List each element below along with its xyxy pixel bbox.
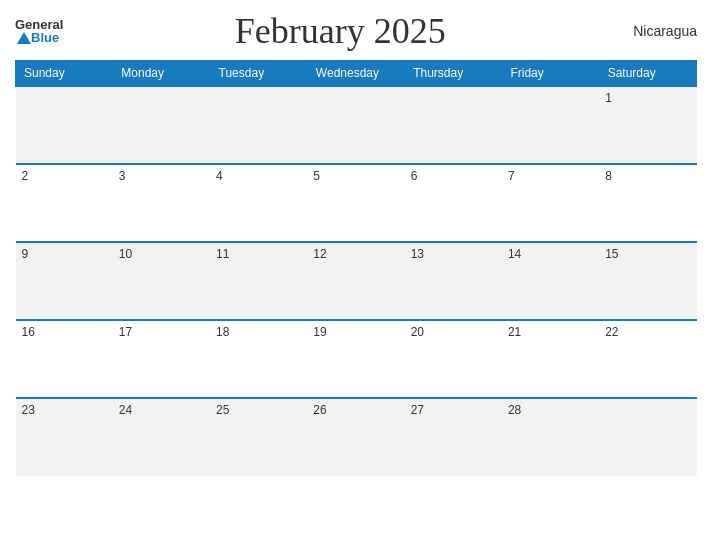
calendar-day-0-2 (210, 86, 307, 164)
calendar-day-1-4: 6 (405, 164, 502, 242)
col-wednesday: Wednesday (307, 61, 404, 87)
day-number: 13 (411, 247, 424, 261)
calendar-day-1-3: 5 (307, 164, 404, 242)
day-number: 3 (119, 169, 126, 183)
calendar-header-row: Sunday Monday Tuesday Wednesday Thursday… (16, 61, 697, 87)
country-label: Nicaragua (617, 23, 697, 39)
day-number: 28 (508, 403, 521, 417)
calendar-day-2-6: 15 (599, 242, 696, 320)
calendar-day-1-6: 8 (599, 164, 696, 242)
calendar-day-2-2: 11 (210, 242, 307, 320)
calendar-week-2: 2345678 (16, 164, 697, 242)
calendar-container: General Blue February 2025 Nicaragua Sun… (0, 0, 712, 550)
calendar-day-0-4 (405, 86, 502, 164)
month-title: February 2025 (63, 10, 617, 52)
day-number: 19 (313, 325, 326, 339)
calendar-day-0-1 (113, 86, 210, 164)
day-number: 15 (605, 247, 618, 261)
logo: General Blue (15, 18, 63, 44)
day-number: 4 (216, 169, 223, 183)
day-number: 2 (22, 169, 29, 183)
calendar-week-3: 9101112131415 (16, 242, 697, 320)
day-number: 18 (216, 325, 229, 339)
calendar-day-2-4: 13 (405, 242, 502, 320)
calendar-day-3-1: 17 (113, 320, 210, 398)
day-number: 22 (605, 325, 618, 339)
calendar-day-2-5: 14 (502, 242, 599, 320)
calendar-day-1-2: 4 (210, 164, 307, 242)
col-friday: Friday (502, 61, 599, 87)
day-number: 7 (508, 169, 515, 183)
day-number: 6 (411, 169, 418, 183)
calendar-day-1-5: 7 (502, 164, 599, 242)
calendar-day-3-4: 20 (405, 320, 502, 398)
calendar-day-2-1: 10 (113, 242, 210, 320)
day-number: 24 (119, 403, 132, 417)
day-number: 27 (411, 403, 424, 417)
col-sunday: Sunday (16, 61, 113, 87)
calendar-grid: Sunday Monday Tuesday Wednesday Thursday… (15, 60, 697, 476)
calendar-day-4-4: 27 (405, 398, 502, 476)
calendar-day-0-5 (502, 86, 599, 164)
day-number: 14 (508, 247, 521, 261)
col-tuesday: Tuesday (210, 61, 307, 87)
day-number: 12 (313, 247, 326, 261)
day-number: 25 (216, 403, 229, 417)
day-number: 21 (508, 325, 521, 339)
calendar-day-0-3 (307, 86, 404, 164)
calendar-body: 1234567891011121314151617181920212223242… (16, 86, 697, 476)
calendar-day-2-0: 9 (16, 242, 113, 320)
calendar-day-2-3: 12 (307, 242, 404, 320)
day-number: 20 (411, 325, 424, 339)
calendar-day-0-6: 1 (599, 86, 696, 164)
calendar-day-1-0: 2 (16, 164, 113, 242)
calendar-day-4-3: 26 (307, 398, 404, 476)
col-thursday: Thursday (405, 61, 502, 87)
calendar-header: General Blue February 2025 Nicaragua (15, 10, 697, 52)
calendar-day-4-2: 25 (210, 398, 307, 476)
calendar-week-5: 232425262728 (16, 398, 697, 476)
calendar-day-3-0: 16 (16, 320, 113, 398)
calendar-day-4-6 (599, 398, 696, 476)
calendar-week-1: 1 (16, 86, 697, 164)
logo-triangle-icon (17, 32, 31, 44)
day-number: 26 (313, 403, 326, 417)
day-number: 23 (22, 403, 35, 417)
day-number: 16 (22, 325, 35, 339)
calendar-day-0-0 (16, 86, 113, 164)
col-monday: Monday (113, 61, 210, 87)
day-number: 17 (119, 325, 132, 339)
calendar-day-3-6: 22 (599, 320, 696, 398)
day-number: 8 (605, 169, 612, 183)
calendar-day-1-1: 3 (113, 164, 210, 242)
calendar-day-4-5: 28 (502, 398, 599, 476)
logo-blue-text: Blue (31, 31, 59, 44)
day-number: 9 (22, 247, 29, 261)
calendar-day-3-2: 18 (210, 320, 307, 398)
calendar-day-3-5: 21 (502, 320, 599, 398)
day-number: 5 (313, 169, 320, 183)
col-saturday: Saturday (599, 61, 696, 87)
calendar-day-4-0: 23 (16, 398, 113, 476)
day-number: 1 (605, 91, 612, 105)
day-number: 11 (216, 247, 229, 261)
calendar-day-4-1: 24 (113, 398, 210, 476)
calendar-week-4: 16171819202122 (16, 320, 697, 398)
calendar-day-3-3: 19 (307, 320, 404, 398)
day-number: 10 (119, 247, 132, 261)
